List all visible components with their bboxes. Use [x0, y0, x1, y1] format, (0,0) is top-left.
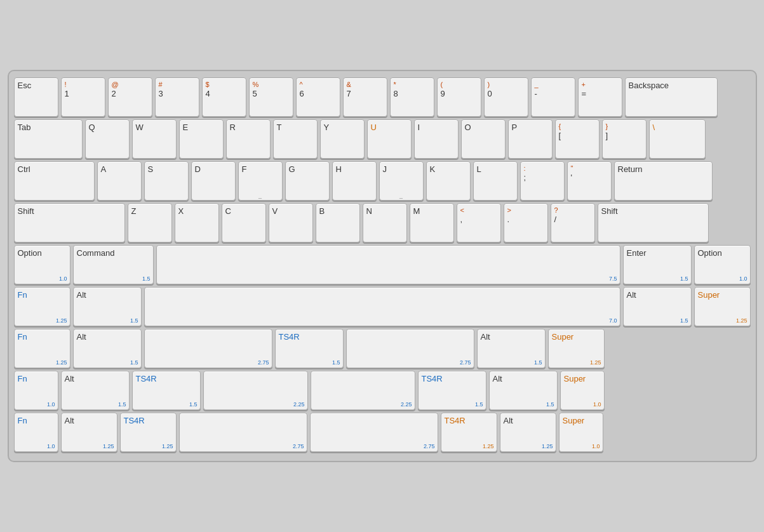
- key-7[interactable]: & 7: [343, 77, 387, 117]
- key-tab[interactable]: Tab: [14, 119, 83, 159]
- number-row: Esc ! 1 @ 2 # 3 $ 4 % 5 ^ 6 & 7: [14, 77, 751, 117]
- key-ts4r-4-left[interactable]: TS4R 1.5: [132, 371, 201, 410]
- key-f[interactable]: F _: [238, 161, 283, 201]
- key-fn-4[interactable]: Fn 1.0: [14, 371, 58, 410]
- key-super-4[interactable]: Super 1.0: [560, 371, 605, 410]
- key-1[interactable]: ! 1: [61, 77, 105, 117]
- qwerty-row: Tab Q W E R T Y U I O P: [14, 119, 751, 159]
- modrow3: Fn 1.25 Alt 1.5 2.75 TS4R 1.5 2.75 Alt 1…: [14, 329, 751, 368]
- key-alt-right-4[interactable]: Alt 1.5: [489, 371, 558, 410]
- key-command[interactable]: Command 1.5: [73, 245, 154, 284]
- key-h[interactable]: H: [332, 161, 377, 201]
- key-space1[interactable]: 7.5: [156, 245, 620, 284]
- key-ts4r-5-right[interactable]: TS4R 1.25: [441, 413, 497, 452]
- modrow2: Fn 1.25 Alt 1.5 7.0 Alt 1.5 Super 1.25: [14, 287, 751, 326]
- key-space5-left[interactable]: 2.75: [179, 413, 307, 452]
- key-super-5[interactable]: Super 1.0: [559, 413, 603, 452]
- key-lbracket[interactable]: { [: [555, 119, 600, 159]
- key-rbracket[interactable]: } ]: [602, 119, 647, 159]
- key-ctrl[interactable]: Ctrl: [14, 161, 95, 201]
- key-alt-right-3[interactable]: Alt 1.5: [477, 329, 546, 368]
- key-c[interactable]: C: [222, 203, 266, 243]
- key-g[interactable]: G: [285, 161, 330, 201]
- key-space4-left[interactable]: 2.25: [203, 371, 308, 410]
- key-alt-left-5[interactable]: Alt 1.25: [61, 413, 117, 452]
- key-4[interactable]: $ 4: [202, 77, 246, 117]
- modrow1: Option 1.0 Command 1.5 7.5 Enter 1.5 Opt…: [14, 245, 751, 284]
- key-esc[interactable]: Esc: [14, 77, 58, 117]
- key-u[interactable]: U: [367, 119, 412, 159]
- key-super-2[interactable]: Super 1.25: [694, 287, 751, 326]
- key-option-left[interactable]: Option 1.0: [14, 245, 70, 284]
- key-b[interactable]: B: [316, 203, 360, 243]
- modrow4: Fn 1.0 Alt 1.5 TS4R 1.5 2.25 2.25 TS4R 1…: [14, 371, 751, 410]
- key-v[interactable]: V: [269, 203, 313, 243]
- key-w[interactable]: W: [132, 119, 177, 159]
- key-ts4r-3[interactable]: TS4R 1.5: [275, 329, 344, 368]
- zxcv-row: Shift Z X C V B N M < , > .: [14, 203, 751, 243]
- key-fn-3[interactable]: Fn 1.25: [14, 329, 70, 368]
- key-fn-5[interactable]: Fn 1.0: [14, 413, 58, 452]
- key-space3-left[interactable]: 2.75: [144, 329, 272, 368]
- key-8[interactable]: * 8: [390, 77, 434, 117]
- key-return[interactable]: Return: [614, 161, 713, 201]
- key-2[interactable]: @ 2: [108, 77, 152, 117]
- key-r[interactable]: R: [226, 119, 271, 159]
- key-option-right[interactable]: Option 1.0: [694, 245, 751, 284]
- key-a[interactable]: A: [97, 161, 142, 201]
- key-alt-left-2[interactable]: Alt 1.5: [73, 287, 142, 326]
- key-minus[interactable]: _ -: [531, 77, 575, 117]
- key-x[interactable]: X: [175, 203, 219, 243]
- key-3[interactable]: # 3: [155, 77, 199, 117]
- key-q[interactable]: Q: [85, 119, 130, 159]
- modrow5: Fn 1.0 Alt 1.25 TS4R 1.25 2.75 2.75 TS4R…: [14, 413, 751, 452]
- key-space3-right[interactable]: 2.75: [346, 329, 474, 368]
- key-alt-left-4[interactable]: Alt 1.5: [61, 371, 130, 410]
- key-ts4r-4-right[interactable]: TS4R 1.5: [418, 371, 486, 410]
- key-shift-left[interactable]: Shift: [14, 203, 125, 243]
- key-p[interactable]: P: [508, 119, 553, 159]
- key-comma[interactable]: < ,: [457, 203, 501, 243]
- key-i[interactable]: I: [414, 119, 459, 159]
- key-backslash[interactable]: \: [649, 119, 706, 159]
- key-semicolon[interactable]: : ;: [520, 161, 565, 201]
- key-s[interactable]: S: [144, 161, 189, 201]
- key-enter[interactable]: Enter 1.5: [623, 245, 692, 284]
- key-space4-right[interactable]: 2.25: [311, 371, 415, 410]
- key-alt-left-3[interactable]: Alt 1.5: [73, 329, 142, 368]
- key-n[interactable]: N: [363, 203, 407, 243]
- key-equals[interactable]: + =: [578, 77, 622, 117]
- keyboard: Esc ! 1 @ 2 # 3 $ 4 % 5 ^ 6 & 7: [8, 70, 757, 462]
- key-y[interactable]: Y: [320, 119, 365, 159]
- key-ts4r-5-left[interactable]: TS4R 1.25: [120, 413, 177, 452]
- key-l[interactable]: L: [473, 161, 518, 201]
- key-slash[interactable]: ? /: [551, 203, 595, 243]
- key-shift-right[interactable]: Shift: [598, 203, 709, 243]
- key-9[interactable]: ( 9: [437, 77, 481, 117]
- key-0[interactable]: ) 0: [484, 77, 528, 117]
- key-fn-2[interactable]: Fn 1.25: [14, 287, 70, 326]
- key-z[interactable]: Z: [128, 203, 172, 243]
- key-space2[interactable]: 7.0: [144, 287, 620, 326]
- key-alt-right-5[interactable]: Alt 1.25: [500, 413, 556, 452]
- key-space5-right[interactable]: 2.75: [310, 413, 438, 452]
- key-o[interactable]: O: [461, 119, 506, 159]
- asdf-row: Ctrl A S D F _ G H J _ K L :: [14, 161, 751, 201]
- key-5[interactable]: % 5: [249, 77, 293, 117]
- key-period[interactable]: > .: [504, 203, 548, 243]
- key-alt-right-2[interactable]: Alt 1.5: [623, 287, 692, 326]
- key-backspace[interactable]: Backspace: [625, 77, 718, 117]
- key-t[interactable]: T: [273, 119, 318, 159]
- key-k[interactable]: K: [426, 161, 471, 201]
- key-m[interactable]: M: [410, 203, 454, 243]
- key-d[interactable]: D: [191, 161, 236, 201]
- key-j[interactable]: J _: [379, 161, 424, 201]
- key-6[interactable]: ^ 6: [296, 77, 340, 117]
- key-e[interactable]: E: [179, 119, 224, 159]
- key-super-3[interactable]: Super 1.25: [548, 329, 605, 368]
- key-quote[interactable]: " ': [567, 161, 612, 201]
